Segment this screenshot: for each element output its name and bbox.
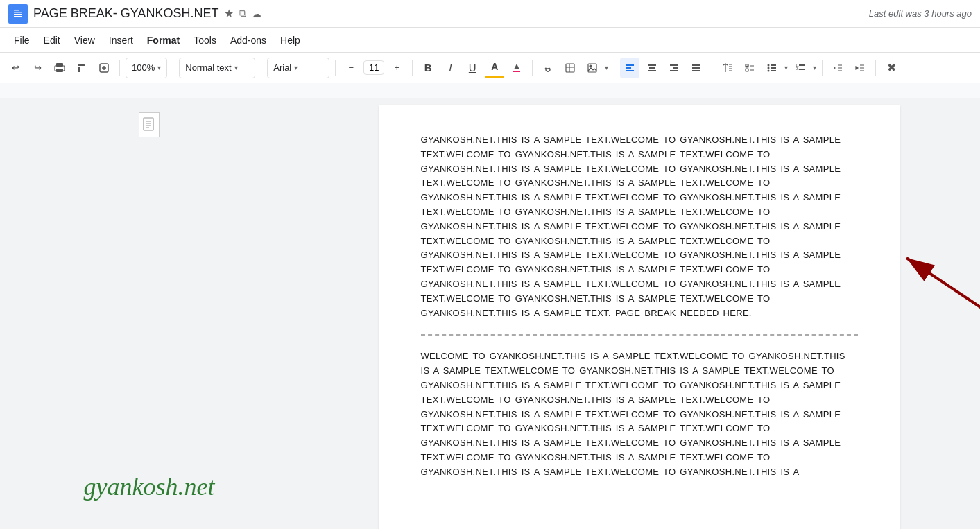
- svg-line-54: [906, 258, 981, 355]
- line-spacing-button[interactable]: [718, 58, 737, 78]
- svg-rect-2: [14, 12, 22, 13]
- document-title: PAGE BREAK- GYANKOSH.NET: [33, 6, 218, 21]
- font-size-input[interactable]: 11: [363, 60, 384, 75]
- svg-rect-8: [78, 67, 80, 72]
- cloud-icon[interactable]: ☁: [252, 8, 261, 19]
- checklist-button[interactable]: [740, 58, 759, 78]
- svg-rect-7: [56, 69, 63, 72]
- svg-rect-16: [626, 70, 634, 71]
- indent-inc-button[interactable]: [850, 58, 870, 78]
- svg-rect-24: [692, 67, 700, 69]
- separator-9: [822, 60, 823, 76]
- move-icon[interactable]: ⧉: [239, 8, 246, 19]
- menu-format[interactable]: Format: [141, 32, 185, 49]
- document-text-paragraph-1[interactable]: GYANKOSH.NET.THIS IS A SAMPLE TEXT.WELCO…: [421, 133, 858, 320]
- svg-rect-10: [513, 71, 520, 72]
- align-left-button[interactable]: [620, 58, 639, 78]
- menu-insert[interactable]: Insert: [103, 32, 139, 49]
- title-bar: PAGE BREAK- GYANKOSH.NET ★ ⧉ ☁ Last edit…: [0, 0, 980, 28]
- image-button[interactable]: [583, 58, 602, 78]
- separator-6: [532, 60, 533, 76]
- italic-button[interactable]: I: [440, 58, 460, 78]
- separator-10: [875, 60, 876, 76]
- svg-rect-52: [144, 118, 153, 130]
- ruler: 1 2 3 4 5: [0, 83, 980, 98]
- document-text-paragraph-2[interactable]: WELCOME TO GYANKOSH.NET.THIS IS A SAMPLE…: [421, 349, 858, 479]
- annotation-arrow: [886, 237, 981, 362]
- paint-format-button[interactable]: [72, 58, 92, 78]
- font-size-dec-button[interactable]: −: [341, 58, 361, 78]
- highlight-button[interactable]: [507, 58, 526, 78]
- svg-rect-11: [566, 64, 574, 72]
- font-size-inc-button[interactable]: +: [387, 58, 406, 78]
- star-icon[interactable]: ★: [224, 7, 234, 20]
- numbered-list-button[interactable]: 1.2.: [791, 58, 810, 78]
- menu-edit[interactable]: Edit: [38, 32, 66, 49]
- redo-button[interactable]: ↪: [28, 58, 47, 78]
- clear-format-button[interactable]: ✖: [882, 58, 901, 78]
- zoom-arrow: ▾: [157, 64, 161, 71]
- svg-rect-36: [799, 64, 805, 66]
- content-area: gyankosh.net GYANKOSH.NET.THIS IS A SAMP…: [0, 98, 980, 529]
- svg-rect-37: [799, 69, 805, 70]
- left-sidebar: gyankosh.net: [0, 98, 298, 529]
- bold-button[interactable]: B: [418, 58, 438, 78]
- menu-bar: File Edit View Insert Format Tools Add-o…: [0, 28, 980, 53]
- indent-dec-button[interactable]: [828, 58, 848, 78]
- menu-tools[interactable]: Tools: [188, 32, 222, 49]
- separator-4: [335, 60, 336, 76]
- separator-5: [412, 60, 413, 76]
- svg-rect-23: [692, 64, 700, 66]
- watermark-text: gyankosh.net: [84, 472, 215, 501]
- svg-rect-25: [692, 70, 700, 71]
- svg-rect-19: [648, 70, 656, 71]
- text-color-button[interactable]: A: [485, 58, 504, 78]
- underline-button[interactable]: U: [463, 58, 482, 78]
- svg-rect-32: [771, 67, 776, 69]
- page-outline-button[interactable]: [139, 112, 160, 137]
- align-right-button[interactable]: [664, 58, 684, 78]
- bullet-list-button[interactable]: [762, 58, 782, 78]
- document-page[interactable]: GYANKOSH.NET.THIS IS A SAMPLE TEXT.WELCO…: [379, 105, 900, 529]
- svg-rect-1: [14, 10, 19, 11]
- page-break-divider: [421, 334, 858, 336]
- undo-button[interactable]: ↩: [6, 58, 25, 78]
- svg-rect-17: [648, 64, 656, 66]
- menu-addons[interactable]: Add-ons: [225, 32, 272, 49]
- svg-rect-4: [14, 16, 22, 17]
- align-justify-button[interactable]: [687, 58, 706, 78]
- svg-rect-31: [771, 64, 776, 66]
- svg-rect-33: [771, 70, 776, 71]
- zoom-select[interactable]: 100% ▾: [126, 58, 167, 78]
- svg-point-13: [590, 65, 592, 67]
- svg-text:2.: 2.: [796, 67, 799, 71]
- align-center-button[interactable]: [642, 58, 662, 78]
- link-button[interactable]: [538, 58, 558, 78]
- svg-point-30: [768, 69, 770, 71]
- svg-point-28: [768, 64, 770, 66]
- format-button[interactable]: [94, 58, 114, 78]
- toolbar: ↩ ↪ 100% ▾ Normal text ▾ Arial ▾ − 11 + …: [0, 53, 980, 83]
- image-more-arrow[interactable]: ▾: [605, 64, 608, 71]
- print-button[interactable]: [50, 58, 69, 78]
- style-select[interactable]: Normal text ▾: [179, 58, 255, 78]
- menu-file[interactable]: File: [8, 32, 35, 49]
- separator-2: [173, 60, 173, 76]
- table-button[interactable]: [560, 58, 580, 78]
- menu-help[interactable]: Help: [275, 32, 306, 49]
- separator-1: [119, 60, 120, 76]
- menu-view[interactable]: View: [69, 32, 101, 49]
- font-select[interactable]: Arial ▾: [267, 58, 329, 78]
- svg-rect-14: [626, 64, 634, 66]
- numbered-list-arrow[interactable]: ▾: [813, 64, 816, 71]
- svg-rect-27: [746, 69, 748, 71]
- svg-rect-12: [588, 64, 596, 72]
- bullet-list-arrow[interactable]: ▾: [784, 64, 788, 71]
- svg-rect-20: [670, 64, 678, 66]
- document-area[interactable]: GYANKOSH.NET.THIS IS A SAMPLE TEXT.WELCO…: [298, 98, 980, 529]
- svg-rect-21: [673, 67, 678, 69]
- last-edit-label: Last edit was 3 hours ago: [869, 8, 972, 19]
- app-icon[interactable]: [8, 4, 28, 24]
- svg-rect-22: [670, 70, 678, 71]
- svg-rect-3: [14, 14, 22, 15]
